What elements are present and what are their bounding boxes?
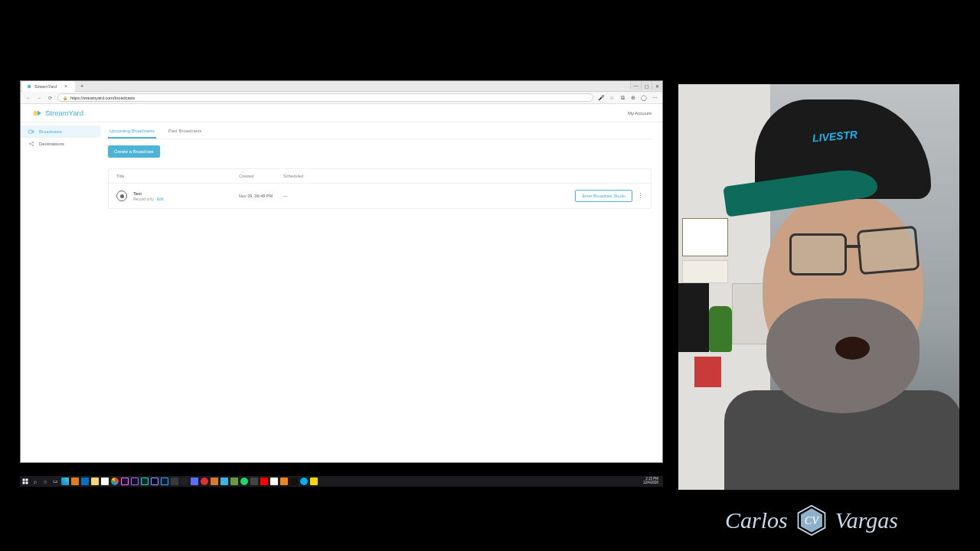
taskbar-app[interactable] [220, 478, 228, 485]
svg-rect-11 [23, 482, 25, 484]
taskview-icon[interactable]: ▭ [51, 478, 59, 485]
svg-line-7 [31, 142, 33, 144]
taskbar-app-audition[interactable] [141, 478, 149, 485]
edit-link[interactable]: Edit [157, 197, 164, 201]
taskbar-app[interactable] [191, 478, 198, 485]
taskbar-app-terminal[interactable] [290, 478, 298, 485]
taskbar-app[interactable] [171, 478, 178, 485]
svg-rect-12 [26, 482, 28, 484]
create-broadcast-button[interactable]: Create a Broadcast [108, 145, 160, 158]
svg-point-1 [28, 85, 29, 86]
signature-badge-icon: CV [795, 504, 828, 536]
webcam-overlay: LIVESTR [678, 84, 959, 490]
record-icon [116, 191, 127, 201]
broadcasts-table: Title Created Scheduled Test Record only [108, 168, 652, 209]
favorite-icon[interactable]: ☆ [609, 95, 615, 101]
taskbar-app-outlook[interactable] [81, 478, 89, 485]
main-content: Upcoming Broadcasts Past Broadcasts Crea… [100, 122, 662, 462]
url-field[interactable]: 🔒 https://streamyard.com/broadcasts [57, 93, 593, 102]
browser-tab[interactable]: StreamYard × [22, 81, 75, 92]
taskbar-app[interactable] [201, 478, 208, 485]
row-menu-icon[interactable]: ⋮ [637, 192, 643, 200]
my-account-link[interactable]: My Account [628, 111, 652, 116]
menu-icon[interactable]: ⋯ [652, 95, 658, 101]
taskbar-app-obs[interactable] [181, 478, 188, 485]
browser-tab-bar: StreamYard × + — ▢ ✕ [21, 81, 662, 92]
taskbar-app-premiere[interactable] [121, 478, 129, 485]
nav-refresh-icon[interactable]: ⟳ [47, 95, 53, 101]
tab-past[interactable]: Past Broadcasts [167, 126, 204, 139]
taskbar-app-mediaencoder[interactable] [131, 478, 139, 485]
taskbar-app[interactable] [230, 478, 238, 485]
taskbar-app-whatsapp[interactable] [240, 478, 248, 485]
sub-tabs: Upcoming Broadcasts Past Broadcasts [108, 122, 652, 139]
taskbar-app[interactable] [211, 478, 218, 485]
mic-icon[interactable]: 🎤 [598, 95, 604, 101]
profile-icon[interactable]: ◯ [641, 95, 647, 101]
windows-taskbar: ⌕ ○ ▭ [20, 476, 663, 487]
taskbar-app-aftereffects[interactable] [151, 478, 158, 485]
svg-rect-10 [26, 479, 28, 481]
sidebar-item-destinations[interactable]: Destinations [21, 138, 100, 150]
brand-logo[interactable]: StreamYard [31, 108, 83, 119]
broadcast-scheduled: — [283, 194, 328, 198]
svg-line-8 [31, 144, 33, 145]
taskbar-app-store[interactable] [101, 478, 109, 485]
taskbar-app[interactable] [310, 478, 318, 485]
svg-rect-9 [23, 479, 25, 481]
svg-rect-3 [29, 130, 33, 133]
streamyard-logo-icon [31, 108, 42, 119]
brand-name: StreamYard [45, 109, 83, 117]
sidebar-label: Destinations [39, 142, 64, 146]
tab-title: StreamYard [34, 84, 57, 89]
taskbar-app[interactable] [250, 478, 258, 485]
taskbar-app[interactable] [270, 478, 278, 485]
browser-toolbar: ← → ⟳ 🔒 https://streamyard.com/broadcast… [21, 92, 662, 104]
start-button[interactable] [21, 478, 29, 485]
favicon-icon [27, 84, 31, 89]
new-tab-button[interactable]: + [78, 83, 86, 90]
taskbar-app-photoshop[interactable] [161, 478, 168, 485]
col-created: Created [239, 174, 283, 178]
sidebar: Broadcasts Destinations [21, 122, 100, 462]
window-maximize-button[interactable]: ▢ [641, 81, 652, 90]
window-minimize-button[interactable]: — [630, 81, 641, 90]
tab-upcoming[interactable]: Upcoming Broadcasts [108, 126, 156, 139]
search-icon[interactable]: ⌕ [31, 478, 39, 485]
collections-icon[interactable]: ⊕ [630, 95, 636, 101]
broadcast-title: Test [133, 191, 163, 196]
sidebar-item-broadcasts[interactable]: Broadcasts [21, 126, 100, 138]
taskbar-app-chrome[interactable] [111, 478, 119, 485]
taskbar-app[interactable] [71, 478, 79, 485]
taskbar-app-explorer[interactable] [91, 478, 99, 485]
enter-broadcast-studio-button[interactable]: Enter Broadcast Studio [575, 190, 632, 202]
sidebar-label: Broadcasts [39, 129, 62, 134]
broadcast-created: Nov 29, 06:49 PM [239, 194, 283, 198]
table-row: Test Record only Edit Nov 29, 06:49 PM —… [109, 184, 651, 208]
taskbar-tray[interactable]: 2:15 PM 12/4/2020 [643, 478, 662, 485]
cortana-icon[interactable]: ○ [41, 478, 49, 485]
share-icon [28, 141, 34, 147]
nav-back-icon[interactable]: ← [25, 95, 31, 101]
window-close-button[interactable]: ✕ [652, 81, 662, 90]
taskbar-date: 12/4/2020 [643, 481, 658, 485]
taskbar-app-youtube[interactable] [260, 478, 268, 485]
nav-forward-icon[interactable]: → [36, 95, 42, 101]
taskbar-app-edge[interactable] [61, 478, 69, 485]
camera-icon [28, 129, 34, 135]
signature-first: Carlos [725, 507, 788, 533]
col-title: Title [116, 174, 239, 178]
taskbar-app-skype[interactable] [300, 478, 308, 485]
svg-point-2 [33, 111, 38, 116]
broadcast-subtitle: Record only [133, 197, 154, 201]
svg-text:CV: CV [805, 515, 819, 527]
col-scheduled: Scheduled [283, 174, 328, 178]
page-header: StreamYard My Account [21, 104, 662, 122]
taskbar-app-vlc[interactable] [280, 478, 288, 485]
tab-close-icon[interactable]: × [64, 83, 67, 89]
browser-window: StreamYard × + — ▢ ✕ ← → ⟳ 🔒 https://str… [20, 80, 663, 463]
lock-icon: 🔒 [63, 96, 67, 100]
table-header: Title Created Scheduled [109, 169, 651, 184]
url-text: https://streamyard.com/broadcasts [70, 96, 135, 100]
extensions-icon[interactable]: ⧉ [619, 95, 626, 101]
